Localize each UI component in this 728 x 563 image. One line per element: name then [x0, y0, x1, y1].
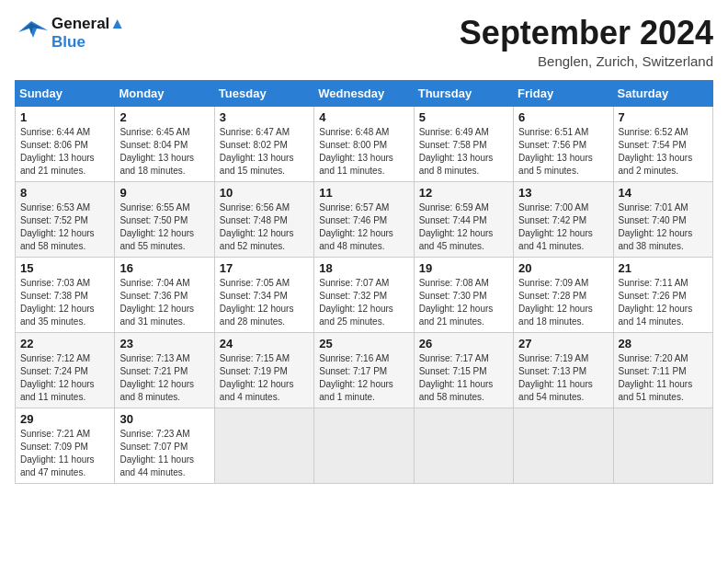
- calendar-cell: 29Sunrise: 7:21 AM Sunset: 7:09 PM Dayli…: [16, 408, 115, 483]
- day-info: Sunrise: 7:04 AM Sunset: 7:36 PM Dayligh…: [119, 277, 209, 328]
- column-header-friday: Friday: [514, 80, 613, 106]
- title-block: September 2024 Benglen, Zurich, Switzerl…: [460, 15, 713, 69]
- calendar-cell: 16Sunrise: 7:04 AM Sunset: 7:36 PM Dayli…: [115, 257, 214, 332]
- calendar-cell: 17Sunrise: 7:05 AM Sunset: 7:34 PM Dayli…: [214, 257, 313, 332]
- day-number: 15: [20, 261, 109, 275]
- location: Benglen, Zurich, Switzerland: [460, 53, 713, 69]
- day-info: Sunrise: 7:19 AM Sunset: 7:13 PM Dayligh…: [518, 352, 608, 404]
- day-number: 6: [518, 110, 608, 124]
- day-info: Sunrise: 7:23 AM Sunset: 7:07 PM Dayligh…: [119, 428, 209, 479]
- column-header-tuesday: Tuesday: [214, 80, 313, 106]
- calendar-table: SundayMondayTuesdayWednesdayThursdayFrid…: [15, 80, 713, 484]
- day-number: 7: [619, 110, 708, 124]
- day-number: 10: [220, 186, 309, 200]
- day-info: Sunrise: 6:59 AM Sunset: 7:44 PM Dayligh…: [419, 201, 508, 253]
- calendar-cell: 15Sunrise: 7:03 AM Sunset: 7:38 PM Dayli…: [16, 257, 115, 332]
- day-info: Sunrise: 6:47 AM Sunset: 8:02 PM Dayligh…: [220, 126, 309, 178]
- calendar-cell: 21Sunrise: 7:11 AM Sunset: 7:26 PM Dayli…: [613, 257, 712, 332]
- day-number: 23: [119, 337, 209, 350]
- day-number: 22: [20, 337, 109, 350]
- day-info: Sunrise: 7:08 AM Sunset: 7:30 PM Dayligh…: [419, 277, 508, 328]
- day-info: Sunrise: 6:55 AM Sunset: 7:50 PM Dayligh…: [119, 201, 209, 253]
- day-number: 26: [419, 337, 508, 350]
- calendar-cell: 27Sunrise: 7:19 AM Sunset: 7:13 PM Dayli…: [514, 332, 613, 408]
- calendar-cell: 8Sunrise: 6:53 AM Sunset: 7:52 PM Daylig…: [16, 181, 115, 257]
- month-title: September 2024: [460, 15, 713, 52]
- calendar-cell: 25Sunrise: 7:16 AM Sunset: 7:17 PM Dayli…: [314, 332, 414, 408]
- calendar-cell: 4Sunrise: 6:48 AM Sunset: 8:00 PM Daylig…: [314, 106, 414, 181]
- calendar-cell: 18Sunrise: 7:07 AM Sunset: 7:32 PM Dayli…: [314, 257, 414, 332]
- day-number: 8: [20, 186, 109, 200]
- calendar-cell: [613, 408, 712, 483]
- calendar-cell: [314, 408, 414, 483]
- day-number: 1: [20, 110, 109, 124]
- day-info: Sunrise: 6:48 AM Sunset: 8:00 PM Dayligh…: [319, 126, 408, 178]
- day-info: Sunrise: 6:49 AM Sunset: 7:58 PM Dayligh…: [419, 126, 508, 178]
- day-info: Sunrise: 7:12 AM Sunset: 7:24 PM Dayligh…: [20, 352, 109, 404]
- day-number: 2: [119, 110, 209, 124]
- day-number: 30: [119, 412, 209, 426]
- calendar-cell: 10Sunrise: 6:56 AM Sunset: 7:48 PM Dayli…: [214, 181, 313, 257]
- column-header-wednesday: Wednesday: [314, 80, 414, 106]
- logo: General▲ Blue: [15, 15, 125, 52]
- day-info: Sunrise: 6:45 AM Sunset: 8:04 PM Dayligh…: [119, 126, 209, 178]
- day-info: Sunrise: 7:20 AM Sunset: 7:11 PM Dayligh…: [619, 352, 708, 404]
- day-number: 24: [220, 337, 309, 350]
- day-number: 9: [119, 186, 209, 200]
- calendar-cell: 12Sunrise: 6:59 AM Sunset: 7:44 PM Dayli…: [414, 181, 513, 257]
- calendar-cell: 22Sunrise: 7:12 AM Sunset: 7:24 PM Dayli…: [16, 332, 115, 408]
- calendar-cell: 28Sunrise: 7:20 AM Sunset: 7:11 PM Dayli…: [613, 332, 712, 408]
- day-number: 18: [319, 261, 408, 275]
- calendar-cell: 2Sunrise: 6:45 AM Sunset: 8:04 PM Daylig…: [115, 106, 214, 181]
- day-number: 12: [419, 186, 508, 200]
- calendar-cell: 7Sunrise: 6:52 AM Sunset: 7:54 PM Daylig…: [613, 106, 712, 181]
- day-info: Sunrise: 6:44 AM Sunset: 8:06 PM Dayligh…: [20, 126, 109, 178]
- day-info: Sunrise: 7:16 AM Sunset: 7:17 PM Dayligh…: [319, 352, 408, 404]
- day-info: Sunrise: 6:51 AM Sunset: 7:56 PM Dayligh…: [518, 126, 608, 178]
- day-info: Sunrise: 7:03 AM Sunset: 7:38 PM Dayligh…: [20, 277, 109, 328]
- day-info: Sunrise: 7:07 AM Sunset: 7:32 PM Dayligh…: [319, 277, 408, 328]
- day-number: 3: [220, 110, 309, 124]
- day-info: Sunrise: 6:56 AM Sunset: 7:48 PM Dayligh…: [220, 201, 309, 253]
- calendar-cell: 9Sunrise: 6:55 AM Sunset: 7:50 PM Daylig…: [115, 181, 214, 257]
- day-number: 29: [20, 412, 109, 426]
- logo-icon: [15, 19, 48, 47]
- calendar-cell: 11Sunrise: 6:57 AM Sunset: 7:46 PM Dayli…: [314, 181, 414, 257]
- calendar-cell: [514, 408, 613, 483]
- calendar-cell: [414, 408, 513, 483]
- calendar-cell: 23Sunrise: 7:13 AM Sunset: 7:21 PM Dayli…: [115, 332, 214, 408]
- day-info: Sunrise: 6:57 AM Sunset: 7:46 PM Dayligh…: [319, 201, 408, 253]
- day-number: 27: [518, 337, 608, 350]
- day-info: Sunrise: 6:52 AM Sunset: 7:54 PM Dayligh…: [619, 126, 708, 178]
- day-info: Sunrise: 7:17 AM Sunset: 7:15 PM Dayligh…: [419, 352, 508, 404]
- column-header-saturday: Saturday: [613, 80, 712, 106]
- logo-text: General▲ Blue: [51, 15, 125, 52]
- calendar-cell: 24Sunrise: 7:15 AM Sunset: 7:19 PM Dayli…: [214, 332, 313, 408]
- svg-marker-0: [18, 21, 48, 38]
- day-number: 25: [319, 337, 408, 350]
- calendar-cell: 1Sunrise: 6:44 AM Sunset: 8:06 PM Daylig…: [16, 106, 115, 181]
- page-header: General▲ Blue September 2024 Benglen, Zu…: [15, 15, 713, 69]
- calendar-cell: 6Sunrise: 6:51 AM Sunset: 7:56 PM Daylig…: [514, 106, 613, 181]
- day-info: Sunrise: 7:09 AM Sunset: 7:28 PM Dayligh…: [518, 277, 608, 328]
- day-number: 21: [619, 261, 708, 275]
- day-number: 16: [119, 261, 209, 275]
- column-header-thursday: Thursday: [414, 80, 513, 106]
- day-info: Sunrise: 7:21 AM Sunset: 7:09 PM Dayligh…: [20, 428, 109, 479]
- day-number: 13: [518, 186, 608, 200]
- day-info: Sunrise: 7:01 AM Sunset: 7:40 PM Dayligh…: [619, 201, 708, 253]
- day-info: Sunrise: 7:13 AM Sunset: 7:21 PM Dayligh…: [119, 352, 209, 404]
- day-info: Sunrise: 7:00 AM Sunset: 7:42 PM Dayligh…: [518, 201, 608, 253]
- day-number: 17: [220, 261, 309, 275]
- day-number: 28: [619, 337, 708, 350]
- calendar-cell: 20Sunrise: 7:09 AM Sunset: 7:28 PM Dayli…: [514, 257, 613, 332]
- day-number: 5: [419, 110, 508, 124]
- day-info: Sunrise: 7:15 AM Sunset: 7:19 PM Dayligh…: [220, 352, 309, 404]
- column-header-monday: Monday: [115, 80, 214, 106]
- calendar-cell: 3Sunrise: 6:47 AM Sunset: 8:02 PM Daylig…: [214, 106, 313, 181]
- calendar-cell: 26Sunrise: 7:17 AM Sunset: 7:15 PM Dayli…: [414, 332, 513, 408]
- calendar-cell: 13Sunrise: 7:00 AM Sunset: 7:42 PM Dayli…: [514, 181, 613, 257]
- day-number: 14: [619, 186, 708, 200]
- calendar-cell: 14Sunrise: 7:01 AM Sunset: 7:40 PM Dayli…: [613, 181, 712, 257]
- calendar-cell: 30Sunrise: 7:23 AM Sunset: 7:07 PM Dayli…: [115, 408, 214, 483]
